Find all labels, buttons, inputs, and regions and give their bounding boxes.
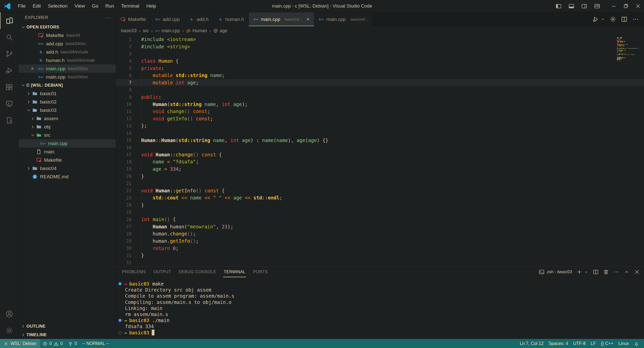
vscode-logo-icon[interactable]: [4, 2, 11, 10]
tab-Makefile[interactable]: Makefile: [116, 12, 151, 26]
menu-edit[interactable]: Edit: [29, 2, 44, 10]
tree-item-basic04[interactable]: basic04: [18, 164, 116, 172]
tab-main.cpp[interactable]: C++main.cppbasic03/...×: [249, 12, 314, 26]
activity-item-search[interactable]: [0, 29, 18, 46]
explorer-actions-icon[interactable]: ···: [105, 15, 112, 21]
code-line-13[interactable]: 13};: [116, 122, 644, 129]
status--c-[interactable]: {} C++: [598, 341, 616, 346]
breadcrumb-age[interactable]: age: [213, 28, 227, 33]
open-editor-add.h[interactable]: hadd.hbasic04/include: [18, 48, 116, 56]
tree-item-obj[interactable]: obj: [18, 123, 116, 131]
tab-main.cpp[interactable]: C++main.cppbasic04/...: [314, 12, 373, 26]
plus-icon[interactable]: [576, 269, 582, 275]
notifications-bell[interactable]: [631, 341, 641, 346]
panel-tab-terminal[interactable]: TERMINAL: [223, 267, 246, 277]
open-editors-header[interactable]: OPEN EDITORS: [18, 23, 116, 31]
minimize-button[interactable]: [608, 0, 620, 12]
ellipsis-icon[interactable]: [632, 16, 639, 23]
chevron-down-icon[interactable]: [601, 17, 605, 21]
ellipsis-icon[interactable]: [613, 269, 619, 275]
code-line-1[interactable]: 1#include <iostream>: [116, 36, 644, 43]
split-terminal-icon[interactable]: [593, 269, 599, 275]
vim-mode-indicator[interactable]: -- NORMAL --: [79, 339, 111, 348]
panel-tab-problems[interactable]: PROBLEMS: [122, 267, 146, 277]
activity-item-extensions[interactable]: [0, 79, 18, 95]
activity-item-remote-explorer[interactable]: [0, 95, 18, 112]
code-line-11[interactable]: 11 void change() const;: [116, 108, 644, 115]
code-line-21[interactable]: 21: [116, 180, 644, 187]
status-linux[interactable]: Linux: [616, 341, 631, 346]
gear-icon[interactable]: [610, 16, 616, 23]
layout-customize-icon[interactable]: [594, 3, 600, 9]
code-line-20[interactable]: 20}: [116, 172, 644, 180]
menu-view[interactable]: View: [71, 2, 88, 10]
activity-item-explorer[interactable]: [0, 12, 18, 29]
tree-item-src[interactable]: </>src: [18, 131, 116, 139]
code-line-30[interactable]: 30 return 0;: [116, 245, 644, 252]
remote-indicator[interactable]: WSL: Debian: [0, 339, 40, 348]
command-decoration-icon[interactable]: [118, 331, 122, 334]
open-editor-Makefile[interactable]: Makefilebasic04: [18, 31, 116, 40]
activity-item-run-and-debug[interactable]: [0, 62, 18, 79]
code-line-26[interactable]: 26int main() {: [116, 216, 644, 223]
status-spaces-4[interactable]: Spaces: 4: [546, 341, 571, 346]
code-line-23[interactable]: 23 std::cout << name << " " << age << st…: [116, 194, 644, 201]
layout-sidebar-right-icon[interactable]: [581, 3, 587, 9]
breadcrumb-basic03[interactable]: basic03: [121, 28, 137, 33]
code-editor[interactable]: 1#include <iostream>2#include <string>34…: [116, 35, 644, 266]
code-line-19[interactable]: 19 age = 334;: [116, 165, 644, 173]
activity-item-manage[interactable]: [0, 322, 18, 339]
breadcrumb-main.cpp[interactable]: C++main.cpp: [155, 28, 180, 33]
status-lf[interactable]: LF: [588, 341, 598, 346]
code-line-4[interactable]: 4class Human {: [116, 57, 644, 65]
restore-button[interactable]: [620, 0, 632, 12]
activity-item-cpp-tools[interactable]: [0, 112, 18, 129]
menu-selection[interactable]: Selection: [45, 2, 71, 10]
menu-go[interactable]: Go: [89, 2, 101, 10]
ports-status[interactable]: 0: [65, 339, 80, 348]
split-editor-icon[interactable]: [621, 16, 628, 23]
status-utf-8[interactable]: UTF-8: [571, 341, 588, 346]
code-line-27[interactable]: 27 Human human("meowrain", 23);: [116, 223, 644, 230]
code-line-15[interactable]: 15Human::Human(std::string name, int age…: [116, 136, 644, 144]
code-line-14[interactable]: 14: [116, 129, 644, 137]
terminal-instance[interactable]: zsh - basic03: [539, 269, 572, 275]
layout-sidebar-left-icon[interactable]: [555, 3, 562, 9]
code-line-5[interactable]: 5private:: [116, 64, 644, 72]
workspace-header[interactable]: C [WSL: DEBIAN]: [18, 81, 116, 89]
close-icon[interactable]: [634, 269, 640, 275]
code-line-12[interactable]: 12 void getInfo() const;: [116, 115, 644, 122]
breadcrumb-src[interactable]: src: [143, 28, 149, 33]
code-line-29[interactable]: 29 human.getInfo();: [116, 237, 644, 245]
panel-tab-output[interactable]: OUTPUT: [153, 267, 172, 277]
code-line-28[interactable]: 28 human.change();: [116, 230, 644, 237]
terminal-output[interactable]: →basic03 makeCreate Directory src obj as…: [116, 277, 644, 339]
command-decoration-icon[interactable]: [118, 282, 122, 285]
tree-item-Makefile[interactable]: Makefile: [18, 156, 116, 164]
code-line-25[interactable]: 25: [116, 208, 644, 216]
run-debug-action-icon[interactable]: [592, 16, 599, 23]
activity-item-source-control[interactable]: [0, 46, 18, 62]
code-line-16[interactable]: 16: [116, 144, 644, 151]
menu-run[interactable]: Run: [102, 2, 117, 10]
tab-human.h[interactable]: hhuman.h: [213, 12, 249, 26]
open-editor-main.cpp[interactable]: ×C++main.cppbasic03/src: [18, 64, 116, 73]
minimap[interactable]: [617, 37, 640, 62]
outline-header[interactable]: OUTLINE: [18, 322, 116, 330]
code-line-31[interactable]: 31}: [116, 252, 644, 259]
panel-tab-debug-console[interactable]: DEBUG CONSOLE: [178, 267, 217, 277]
close-icon[interactable]: ×: [307, 16, 310, 22]
close-icon[interactable]: ×: [31, 65, 34, 72]
tab-add.h[interactable]: hadd.h: [184, 12, 213, 26]
tree-item-assem[interactable]: assem: [18, 114, 116, 123]
tab-add.cpp[interactable]: C++add.cpp: [151, 12, 185, 26]
chevron-down-icon[interactable]: [584, 270, 588, 274]
layout-panel-icon[interactable]: [568, 3, 575, 9]
menu-file[interactable]: File: [15, 2, 29, 10]
trash-icon[interactable]: [603, 269, 609, 275]
code-line-7[interactable]: 7 mutable int age;: [116, 79, 644, 86]
problems-status[interactable]: 00: [40, 339, 65, 348]
code-line-22[interactable]: 22void Human::getInfo() const {: [116, 187, 644, 194]
code-line-10[interactable]: 10 Human(std::string name, int age);: [116, 100, 644, 108]
code-line-9[interactable]: 9public:: [116, 93, 644, 101]
